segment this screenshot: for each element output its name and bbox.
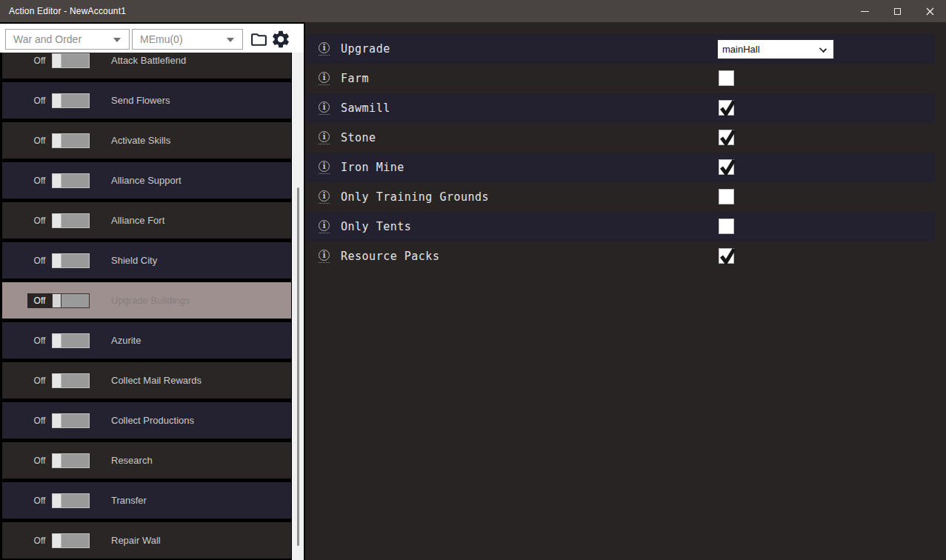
- toggle-switch[interactable]: [52, 93, 90, 108]
- stone-checkbox[interactable]: [719, 130, 734, 145]
- minimize-button[interactable]: [848, 0, 881, 22]
- close-button[interactable]: [913, 0, 946, 22]
- toggle-fill: [61, 534, 89, 547]
- info-icon: i: [319, 190, 330, 201]
- toggle-state-label: Off: [27, 493, 52, 508]
- titlebar: Action Editor - NewAccount1: [0, 0, 946, 22]
- toggle-knob: [53, 454, 61, 467]
- toggle-fill: [61, 174, 89, 187]
- toggle-fill: [61, 494, 89, 507]
- action-label: Azurite: [111, 322, 141, 359]
- action-item-transfer[interactable]: Off Transfer: [2, 482, 291, 519]
- toggle-switch[interactable]: [52, 173, 90, 188]
- checkmark-icon: [719, 159, 736, 176]
- toggle-switch[interactable]: [52, 413, 90, 428]
- setting-label: Farm: [341, 64, 369, 93]
- toggle-state-label: Off: [27, 373, 52, 388]
- action-label: Alliance Fort: [111, 202, 164, 239]
- action-label: Collect Mail Rewards: [111, 362, 201, 399]
- toggle-fill: [61, 374, 89, 387]
- setting-label: Sawmill: [341, 93, 390, 123]
- emulator-select-value: MEmu(0): [140, 33, 183, 45]
- action-item-collect-mail-rewards[interactable]: Off Collect Mail Rewards: [2, 362, 291, 399]
- farm-checkbox[interactable]: [719, 70, 734, 86]
- info-icon: i: [319, 250, 330, 261]
- open-folder-button[interactable]: [248, 30, 269, 49]
- info-tooltip[interactable]: i: [319, 101, 330, 115]
- settings-button[interactable]: [270, 30, 291, 49]
- upgrade-select[interactable]: mainHall: [717, 39, 834, 59]
- toggle-switch[interactable]: [52, 213, 90, 228]
- toggle-fill: [61, 214, 89, 227]
- toggle-fill: [61, 94, 89, 107]
- resource-packs-checkbox[interactable]: [719, 248, 734, 264]
- toggle-knob: [53, 374, 61, 387]
- toggle-fill: [61, 414, 89, 427]
- setting-row-sawmill: i Sawmill: [307, 93, 935, 123]
- info-icon: i: [319, 72, 330, 83]
- scrollbar-thumb[interactable]: [297, 187, 299, 546]
- iron-mine-checkbox[interactable]: [719, 159, 734, 175]
- toggle-switch[interactable]: [52, 533, 90, 548]
- setting-label: Resource Packs: [341, 241, 439, 271]
- maximize-icon: [894, 8, 901, 15]
- game-select[interactable]: War and Order: [5, 29, 130, 50]
- toggle-state-label: Off: [27, 133, 52, 148]
- folder-icon: [249, 30, 269, 49]
- action-item-upgrade-buildings[interactable]: Off Upgrade Buildings: [2, 282, 291, 319]
- toggle-switch[interactable]: [52, 253, 90, 268]
- toggle-switch[interactable]: [52, 373, 90, 388]
- toggle-state-label: Off: [27, 253, 52, 268]
- action-label: Shield City: [111, 242, 157, 279]
- toggle-knob: [53, 214, 61, 227]
- action-item-research[interactable]: Off Research: [2, 442, 291, 479]
- info-icon: i: [319, 101, 330, 113]
- toggle-fill: [61, 254, 89, 267]
- sawmill-checkbox[interactable]: [719, 100, 734, 116]
- only-training-grounds-checkbox[interactable]: [719, 189, 734, 204]
- toggle-switch[interactable]: [52, 493, 90, 508]
- chevron-down-icon: [819, 45, 827, 53]
- toggle-state-label: Off: [27, 533, 52, 548]
- action-item-collect-productions[interactable]: Off Collect Productions: [2, 402, 291, 439]
- setting-row-stone: i Stone: [307, 123, 935, 153]
- action-item-activate-skills[interactable]: Off Activate Skills: [2, 122, 291, 159]
- info-tooltip[interactable]: i: [319, 220, 330, 233]
- info-tooltip[interactable]: i: [319, 161, 330, 174]
- info-tooltip[interactable]: i: [319, 72, 330, 85]
- action-label: Alliance Support: [111, 162, 181, 199]
- action-label: Transfer: [111, 482, 147, 519]
- toolbar: War and Order MEmu(0): [0, 22, 304, 53]
- action-item-send-flowers[interactable]: Off Send Flowers: [2, 82, 291, 119]
- toggle-fill: [61, 134, 89, 147]
- checkmark-icon: [719, 247, 736, 264]
- info-tooltip[interactable]: i: [319, 42, 330, 56]
- toggle-knob: [53, 54, 61, 67]
- toggle-switch[interactable]: [52, 133, 90, 148]
- action-item-azurite[interactable]: Off Azurite: [2, 322, 291, 359]
- action-item-repair-wall[interactable]: Off Repair Wall: [2, 522, 291, 559]
- action-label: Activate Skills: [111, 122, 170, 159]
- setting-label: Stone: [341, 123, 376, 153]
- emulator-select[interactable]: MEmu(0): [132, 29, 243, 50]
- toggle-state-label: Off: [27, 293, 52, 308]
- toggle-switch[interactable]: [52, 453, 90, 468]
- toggle-state-label: Off: [27, 333, 52, 348]
- scrollbar-track[interactable]: [292, 53, 304, 560]
- only-tents-checkbox[interactable]: [719, 219, 734, 234]
- info-icon: i: [319, 161, 330, 172]
- action-item-alliance-fort[interactable]: Off Alliance Fort: [2, 202, 291, 239]
- toggle-knob: [53, 134, 61, 147]
- setting-row-only-tents: i Only Tents: [307, 212, 935, 241]
- info-tooltip[interactable]: i: [319, 131, 330, 144]
- checkmark-icon: [719, 129, 736, 146]
- toggle-switch[interactable]: [52, 333, 90, 348]
- action-item-alliance-support[interactable]: Off Alliance Support: [2, 162, 291, 199]
- maximize-button[interactable]: [881, 0, 913, 22]
- toggle-state-label: Off: [27, 53, 52, 68]
- toggle-switch[interactable]: [52, 293, 90, 308]
- action-item-shield-city[interactable]: Off Shield City: [2, 242, 291, 279]
- toggle-switch[interactable]: [52, 53, 90, 68]
- info-tooltip[interactable]: i: [319, 190, 330, 204]
- info-tooltip[interactable]: i: [319, 250, 330, 263]
